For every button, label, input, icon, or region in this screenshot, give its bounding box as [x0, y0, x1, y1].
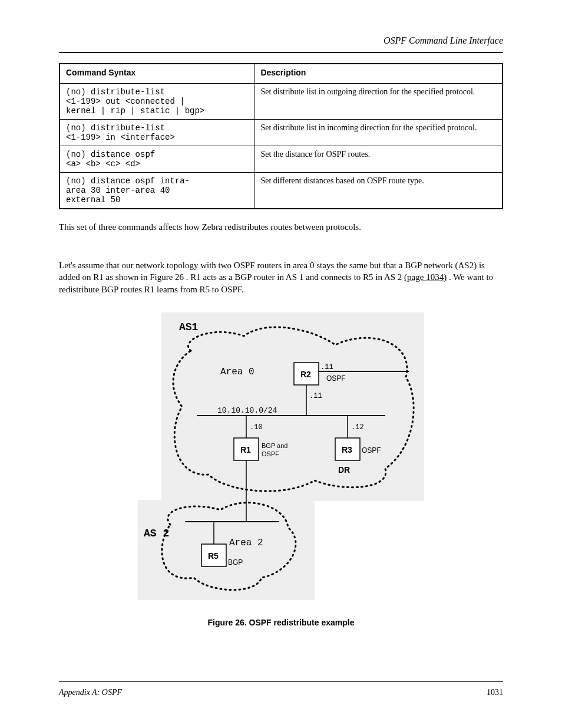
cell-cmd: (no) distance ospf <a> <b> <c> <d> — [59, 146, 254, 173]
footer-rule — [59, 681, 503, 682]
p2-part-c: . R1 acts as a BGP router in AS 1 and co… — [186, 272, 404, 282]
cell-cmd: (no) distribute-list <1-199> in <interfa… — [59, 120, 254, 146]
r1-label: R1 — [240, 445, 251, 454]
table-row: (no) distribute-list <1-199> out <connec… — [59, 84, 503, 120]
paragraph-intro: This set of three commands affects how Z… — [59, 221, 503, 233]
r2-mid-addr: .11 — [309, 392, 322, 400]
cell-cmd: (no) distance ospf intra- area 30 inter-… — [59, 173, 254, 209]
table-row: (no) distance ospf <a> <b> <c> <d> Set t… — [59, 146, 503, 173]
cell-desc: Set different distances based on OSPF ro… — [254, 173, 503, 209]
table-row: (no) distance ospf intra- area 30 inter-… — [59, 173, 503, 209]
r2-top-addr: .11 — [320, 363, 333, 371]
r1-addr: .10 — [250, 423, 263, 431]
cell-cmd: (no) distribute-list <1-199> out <connec… — [59, 84, 254, 120]
r1-proto1: BGP and — [262, 442, 287, 449]
r5-label: R5 — [208, 551, 219, 561]
footer-page-number: 1031 — [487, 688, 503, 697]
network-diagram: AS1 AS 2 Area 0 Area 2 R2 .11 OSPF .11 1… — [138, 312, 424, 601]
r3-addr: .12 — [351, 423, 364, 431]
r2-ospf-label: OSPF — [326, 374, 346, 383]
cell-desc: Set distribute list in outgoing directio… — [254, 84, 503, 120]
as2-label: AS 2 — [144, 528, 169, 539]
command-table: Command Syntax Description (no) distribu… — [59, 63, 503, 209]
header-right: OSPF Command Line Interface — [384, 35, 503, 46]
r3-label: R3 — [342, 445, 352, 454]
page-reference[interactable]: (page 1034) — [404, 272, 447, 282]
as1-label: AS1 — [179, 321, 199, 333]
table-row: (no) distribute-list <1-199> in <interfa… — [59, 120, 503, 146]
header-rule — [59, 52, 503, 53]
figure-caption: Figure 26. OSPF redistribute example — [59, 618, 503, 627]
figure-reference: Figure 26 — [150, 272, 184, 282]
cell-desc: Set the distance for OSPF routes. — [254, 146, 503, 173]
r3-ospf-label: OSPF — [362, 446, 381, 454]
r1-proto2: OSPF — [262, 450, 279, 457]
area0-label: Area 0 — [220, 367, 254, 377]
paragraph-topology: Let's assume that our network topology w… — [59, 259, 503, 295]
net-label: 10.10.10.0/24 — [217, 406, 277, 415]
r2-label: R2 — [300, 370, 311, 379]
cell-desc: Set distribute list in incoming directio… — [254, 120, 503, 146]
col-description: Description — [254, 64, 503, 84]
footer-left: Appendix A: OSPF — [59, 688, 122, 697]
col-command-syntax: Command Syntax — [59, 64, 254, 84]
r5-bgp-label: BGP — [228, 558, 243, 566]
dr-label: DR — [338, 465, 350, 475]
area2-label: Area 2 — [229, 538, 263, 548]
